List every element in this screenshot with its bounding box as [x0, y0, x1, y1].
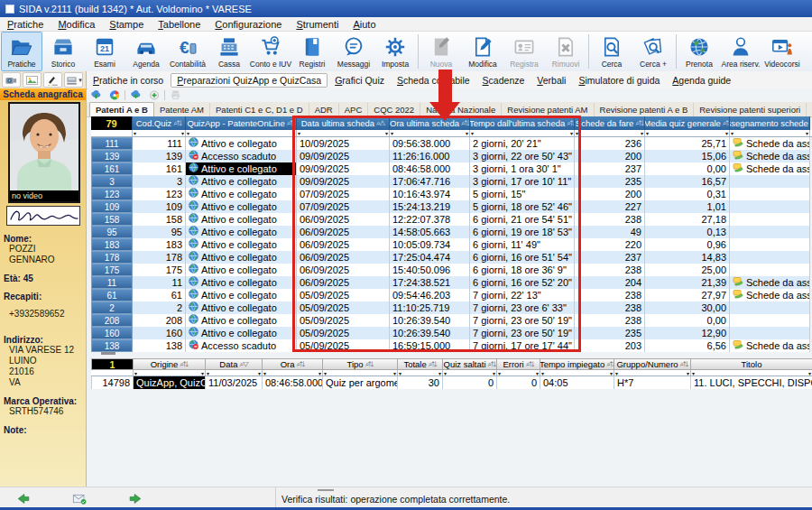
cell-status[interactable]: Attivo e collegato	[186, 301, 297, 314]
column-header-quiz-saltati[interactable]: Quiz saltati⌕⇅	[443, 358, 497, 370]
tab-patenti-c1-e-c-d1-e-d[interactable]: Patenti C1 e C, D1 e D	[210, 103, 309, 116]
tab-revisione-cqc[interactable]: Revisione CQC	[807, 103, 812, 116]
tab-revisione-patenti-superiori[interactable]: Revisione patenti superiori	[694, 103, 807, 116]
row-header[interactable]: 158	[91, 213, 133, 226]
sort-filter-icon[interactable]: ⌕⇅	[296, 360, 304, 369]
row-header[interactable]: 160	[91, 327, 133, 339]
row-header[interactable]: 14798	[91, 376, 134, 389]
column-header-assegnamento-schede[interactable]: Assegnamento schede⌕⇅	[730, 116, 810, 130]
table-row[interactable]: 161161Attivo e collegato09/09/202508:46:…	[91, 162, 812, 175]
table-row[interactable]: 22Attivo e collegato05/09/202511:10:25.7…	[91, 301, 812, 314]
table-row[interactable]: 178178Attivo e collegato06/09/202517:25:…	[91, 251, 812, 264]
sort-filter-icon[interactable]: ⌕⇅	[429, 360, 437, 369]
sort-filter-icon[interactable]: ⌕⇅	[461, 119, 469, 128]
toolbar-button-conto-e-iuv[interactable]: Conto e IUV	[250, 32, 291, 71]
statusbar-grip[interactable]	[318, 489, 334, 491]
toolbar-button-prenota[interactable]: Prenota	[678, 32, 720, 71]
sort-filter-icon[interactable]: ⌕△	[376, 119, 384, 128]
nav-verbali[interactable]: Verbali	[531, 74, 571, 87]
sort-filter-icon[interactable]: ⌕⇅	[680, 360, 688, 369]
filter-cell[interactable]: ▾▾	[133, 130, 186, 136]
table-row[interactable]: 111111Attivo e collegato10/09/202509:56:…	[91, 137, 812, 150]
filter-cell[interactable]: ▾▾	[206, 370, 263, 376]
toolbar-button-videocorsi[interactable]: Videocorsi	[761, 32, 803, 71]
filter-cell[interactable]: ▾▾	[263, 370, 323, 376]
sidebar-tool-photo-icon[interactable]	[23, 72, 42, 88]
sort-filter-icon[interactable]: ⌕⇅	[365, 360, 374, 369]
table-row[interactable]: 109109Attivo e collegato07/09/202515:24:…	[91, 200, 812, 213]
column-header-tipo[interactable]: Tipo⌕⇅	[323, 358, 398, 370]
cell-status[interactable]: Attivo e collegato	[186, 327, 297, 339]
table-row[interactable]: 138138Accesso scaduto05/09/202516:59:15.…	[91, 339, 812, 352]
filter-cell[interactable]: ▾▾	[323, 370, 398, 376]
sidebar-tool-camera-icon[interactable]	[2, 72, 21, 88]
nav-scheda-contabile[interactable]: Scheda contabile	[392, 74, 475, 87]
column-header-ora[interactable]: Ora⌕⇅	[263, 358, 323, 370]
column-header-data-ultima-scheda[interactable]: Data ultima scheda⌕△	[297, 116, 390, 130]
filter-cell[interactable]: ▾▾	[645, 130, 730, 136]
tab-nautica-nazionale[interactable]: Nautica Nazionale	[420, 103, 502, 116]
tab-patente-am[interactable]: Patente AM	[154, 103, 210, 116]
row-header[interactable]: 123	[91, 188, 133, 200]
send-mail-button[interactable]	[69, 491, 90, 506]
column-header-data[interactable]: Data⌕▽	[206, 358, 263, 370]
nav-agenda-guide[interactable]: Agenda guide	[667, 74, 736, 87]
row-header[interactable]: 139	[91, 150, 133, 162]
row-header[interactable]: 178	[91, 251, 133, 264]
menu-item-strumenti[interactable]: Strumenti	[289, 19, 346, 30]
menu-item-tabellone[interactable]: Tabellone	[151, 19, 208, 30]
table-row[interactable]: 6161Attivo e collegato05/09/202509:54:46…	[91, 289, 812, 301]
row-header[interactable]: 161	[91, 162, 133, 175]
cell-status[interactable]: Attivo e collegato	[186, 188, 297, 200]
column-header-tempo-dall-ultima-scheda[interactable]: Tempo dall'ultima scheda⌕⇅	[470, 116, 575, 130]
toolbar-button-imposta[interactable]: Imposta	[374, 32, 416, 71]
cell-status[interactable]: Attivo e collegato	[186, 314, 297, 327]
menu-item-stampe[interactable]: Stampe	[102, 19, 151, 30]
sort-filter-icon[interactable]: ⌕⇅	[488, 360, 496, 369]
column-header-ora-ultima-scheda[interactable]: Ora ultima scheda⌕⇅	[390, 116, 470, 130]
cell-status[interactable]: Attivo e collegato	[186, 251, 297, 264]
nav-preparazioni-quizapp-e-quizcasa[interactable]: Preparazioni QuizApp e QuizCasa	[171, 73, 328, 88]
sort-filter-icon[interactable]: ⌕⇅	[287, 119, 295, 128]
table-row[interactable]: 123123Attivo e collegato07/09/202510:16:…	[91, 188, 812, 200]
toolbar-button-agenda[interactable]: Agenda	[125, 32, 167, 71]
filter-cell[interactable]: ▾▾	[470, 130, 575, 136]
pinwheel-icon[interactable]	[106, 89, 122, 102]
toolbar-button-guida[interactable]: ?Guida	[803, 32, 812, 71]
column-header-origine[interactable]: Origine⌕⇅	[134, 358, 206, 370]
row-header[interactable]: 138	[91, 339, 133, 352]
nav-grafici-quiz[interactable]: Grafici Quiz	[329, 74, 390, 87]
sort-filter-icon[interactable]: ⌕⇅	[606, 360, 614, 369]
column-header-schede-da-fare[interactable]: Schede da fare⌕⇅	[575, 116, 645, 130]
toolbar-button-registri[interactable]: Registri	[291, 32, 333, 71]
toolbar-button-area-riserv[interactable]: Area riserv.	[720, 32, 761, 71]
row-header[interactable]: 61	[91, 289, 133, 301]
row-header[interactable]: 208	[91, 314, 133, 327]
toolbar-button-messaggi[interactable]: Messaggi	[333, 32, 374, 71]
tab-revisione-patenti-am[interactable]: Revisione patenti AM	[502, 103, 594, 116]
forward-button[interactable]	[125, 491, 146, 506]
cell-status[interactable]: Attivo e collegato	[186, 289, 297, 301]
column-header-errori[interactable]: Errori⌕⇅	[497, 358, 540, 370]
table-row[interactable]: 139139Accesso scaduto09/09/202511:26:16.…	[91, 150, 812, 162]
cell-status[interactable]: Attivo e collegato	[186, 162, 297, 175]
filter-cell[interactable]: ▾▾	[575, 130, 645, 136]
row-header[interactable]: 111	[91, 137, 133, 150]
sort-filter-icon[interactable]: ⌕⇅	[173, 119, 181, 128]
table-row[interactable]: 9595Attivo e collegato06/09/202514:58:05…	[91, 226, 812, 238]
column-header-media-quiz-generale[interactable]: Media quiz generale⌕⇅	[645, 116, 730, 130]
cell-status[interactable]: Attivo e collegato	[186, 200, 297, 213]
filter-cell[interactable]: ▾▾	[497, 370, 540, 376]
table-row[interactable]: 158158Attivo e collegato06/09/202512:22:…	[91, 213, 812, 226]
row-header[interactable]: 95	[91, 226, 133, 238]
toolbar-button-esami[interactable]: 21Esami	[84, 32, 125, 71]
circle-add-icon[interactable]	[146, 89, 161, 102]
nav-scadenze[interactable]: Scadenze	[477, 74, 531, 87]
toolbar-button-cerca[interactable]: Cerca	[591, 32, 632, 71]
table-row[interactable]: 1111Attivo e collegato06/09/202517:24:38…	[91, 276, 812, 289]
filter-cell[interactable]: ▾▾	[614, 370, 691, 376]
sort-filter-icon[interactable]: ⌕⇅	[723, 119, 730, 128]
column-header-cod-quiz[interactable]: Cod.Quiz⌕⇅	[133, 116, 186, 130]
filter-cell[interactable]: ▾▾	[398, 370, 443, 376]
toolbar-button-cassa[interactable]: Cassa	[208, 32, 250, 71]
